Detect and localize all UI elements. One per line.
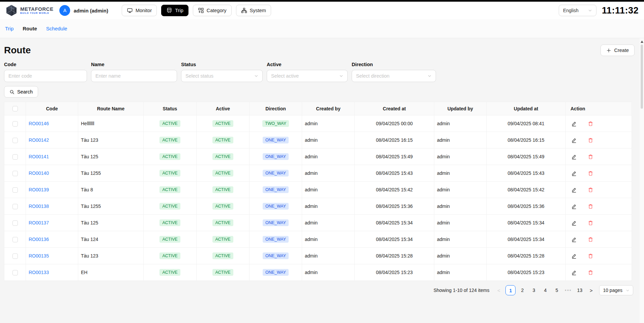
route-code-link[interactable]: RO00138 (29, 204, 49, 209)
routes-table: Code Route Name Status Active Direction … (4, 102, 632, 281)
trip-button[interactable]: Trip (161, 5, 188, 16)
search-button[interactable]: Search (4, 86, 38, 98)
created-at-cell: 08/04/2025 15:23 (355, 264, 434, 281)
route-code-link[interactable]: RO00133 (29, 270, 49, 275)
updated-at-cell: 08/04/2025 15:28 (487, 248, 566, 264)
row-checkbox[interactable] (12, 270, 18, 275)
route-code-link[interactable]: RO00136 (29, 237, 49, 242)
create-button[interactable]: Create (601, 45, 635, 56)
pagination-page[interactable]: 3 (529, 285, 538, 295)
route-code-link[interactable]: RO00135 (29, 253, 49, 259)
delete-button[interactable] (588, 253, 593, 259)
vertical-scrollbar[interactable] (640, 38, 644, 323)
direction-badge: ONE_WAY (263, 203, 289, 210)
direction-select-placeholder: Select direction (356, 73, 389, 79)
table-row: RO00135 Tàu 123 ACTIVE ACTIVE ONE_WAY ad… (4, 248, 632, 264)
name-input[interactable]: Enter name (91, 70, 177, 82)
search-icon (9, 89, 14, 95)
route-code-link[interactable]: RO00139 (29, 187, 49, 192)
row-checkbox[interactable] (12, 204, 18, 209)
edit-button[interactable] (571, 220, 577, 226)
search-button-label: Search (17, 89, 33, 95)
user-avatar[interactable]: A (59, 5, 70, 16)
edit-button[interactable] (571, 154, 577, 160)
row-checkbox[interactable] (12, 187, 18, 193)
edit-button[interactable] (571, 270, 577, 275)
delete-button[interactable] (588, 220, 593, 226)
edit-button[interactable] (571, 170, 577, 176)
delete-button[interactable] (588, 154, 593, 160)
subnav-item-route[interactable]: Route (23, 26, 37, 31)
language-select[interactable]: English (559, 5, 596, 16)
row-checkbox[interactable] (12, 220, 18, 226)
edit-button[interactable] (571, 137, 577, 143)
updated-at-cell: 08/04/2025 16:15 (487, 132, 566, 149)
edit-button[interactable] (571, 121, 577, 127)
scrollbar-thumb[interactable] (641, 45, 643, 109)
column-header-action: Action (566, 102, 632, 115)
delete-button[interactable] (588, 187, 593, 193)
subnav-item-trip[interactable]: Trip (5, 26, 13, 31)
pagination-pages: 12345•••13 (505, 285, 584, 295)
edit-button[interactable] (571, 237, 577, 242)
pagination-ellipsis[interactable]: ••• (563, 288, 573, 293)
created-by-cell: admin (302, 149, 355, 165)
language-select-value: English (563, 8, 579, 13)
scroll-up-arrow-icon[interactable] (641, 41, 643, 43)
chevron-right-icon[interactable]: > (587, 288, 595, 293)
created-by-cell: admin (302, 115, 355, 132)
delete-button[interactable] (588, 137, 593, 143)
delete-button[interactable] (588, 121, 593, 127)
pagination-page[interactable]: 4 (540, 285, 550, 295)
user-name[interactable]: admin (admin) (74, 8, 108, 14)
route-code-link[interactable]: RO00146 (29, 121, 49, 126)
monitor-icon (127, 7, 133, 14)
active-badge: ACTIVE (212, 269, 233, 276)
delete-button[interactable] (588, 270, 593, 275)
subnav-item-schedule[interactable]: Schedule (46, 26, 67, 31)
route-name-cell: Tàu 125 (78, 149, 144, 165)
status-select[interactable]: Select status (181, 70, 263, 82)
edit-button[interactable] (571, 187, 577, 193)
route-code-link[interactable]: RO00140 (29, 170, 49, 176)
row-checkbox[interactable] (12, 121, 18, 127)
route-code-link[interactable]: RO00137 (29, 220, 49, 225)
row-checkbox[interactable] (12, 171, 18, 176)
page-size-select[interactable]: 10 pages (599, 285, 633, 295)
updated-by-cell: admin (434, 132, 487, 149)
row-checkbox[interactable] (12, 154, 18, 160)
pagination-page[interactable]: 5 (552, 285, 561, 295)
edit-button[interactable] (571, 253, 577, 259)
active-badge: ACTIVE (212, 120, 233, 127)
pagination-page-current[interactable]: 1 (505, 285, 516, 295)
status-badge: ACTIVE (159, 203, 180, 210)
direction-select[interactable]: Select direction (352, 70, 436, 82)
updated-by-cell: admin (434, 198, 487, 215)
created-by-cell: admin (302, 248, 355, 264)
column-header-created-by: Created by (302, 102, 355, 115)
pagination-page[interactable]: 2 (518, 285, 527, 295)
route-code-link[interactable]: RO00142 (29, 137, 49, 143)
row-checkbox[interactable] (12, 138, 18, 143)
monitor-button[interactable]: Monitor (122, 5, 157, 16)
delete-button[interactable] (588, 237, 593, 242)
row-checkbox[interactable] (12, 253, 18, 259)
active-badge: ACTIVE (212, 153, 233, 160)
chevron-left-icon[interactable]: < (495, 288, 503, 293)
route-code-link[interactable]: RO00141 (29, 154, 49, 159)
name-input-placeholder: Enter name (95, 73, 121, 79)
delete-button[interactable] (588, 204, 593, 209)
row-checkbox[interactable] (12, 237, 18, 242)
active-badge: ACTIVE (212, 219, 233, 226)
edit-button[interactable] (571, 204, 577, 209)
route-name-cell: Tàu 124 (78, 231, 144, 248)
pagination-page[interactable]: 13 (575, 285, 584, 295)
created-at-cell: 08/04/2025 15:34 (355, 215, 434, 231)
system-button[interactable]: System (236, 5, 271, 16)
select-all-checkbox[interactable] (12, 106, 18, 111)
delete-button[interactable] (588, 170, 593, 176)
active-select[interactable]: Select active (267, 70, 348, 82)
code-input[interactable]: Enter code (4, 70, 87, 82)
category-button[interactable]: Category (193, 5, 232, 16)
table-body: RO00146 Helllllll ACTIVE ACTIVE TWO_WAY … (4, 115, 632, 281)
